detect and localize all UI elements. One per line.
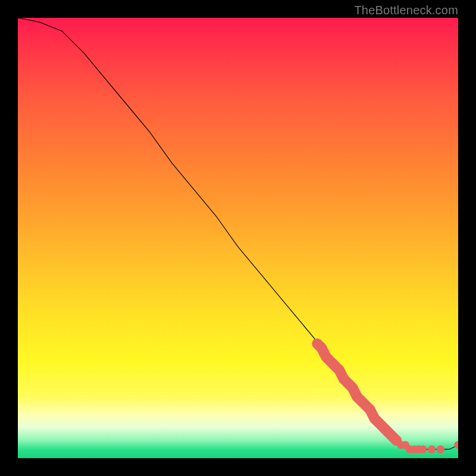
- highlighted-points: [313, 339, 458, 453]
- bottleneck-curve: [18, 18, 458, 449]
- data-point: [317, 344, 326, 353]
- data-point: [437, 446, 444, 453]
- data-point: [366, 405, 375, 414]
- data-point: [335, 366, 344, 375]
- data-point: [419, 446, 427, 453]
- plot-area: [18, 18, 458, 458]
- data-point: [348, 383, 357, 392]
- data-point: [428, 446, 436, 453]
- chart-svg: [18, 18, 458, 458]
- watermark-text: TheBottleneck.com: [354, 4, 458, 17]
- chart-container: TheBottleneck.com: [0, 0, 476, 476]
- data-point: [454, 441, 458, 449]
- data-point: [374, 418, 383, 427]
